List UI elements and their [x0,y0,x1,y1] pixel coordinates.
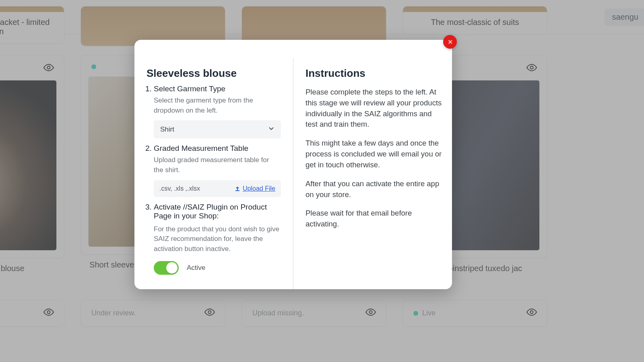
instructions-p1: Please complete the steps to the left. A… [305,87,445,130]
step-1-desc: Select the garment type from the dropdow… [154,96,281,115]
step-2-title: Graded Measurement Table [154,144,281,153]
modal-left-pane: Sleeveless blouse Select Garment Type Se… [134,58,293,289]
step-1-title: Select Garment Type [154,84,281,93]
close-icon: ✕ [448,38,453,46]
modal-right-pane: Instructions Please complete the steps t… [293,58,452,289]
garment-type-select[interactable]: Shirt [154,120,281,138]
instructions-p4: Please wait for that email before activa… [305,208,445,230]
step-3-desc: For the product that you dont wish to gi… [154,224,281,254]
upload-link-label: Upload File [243,185,275,192]
accepted-formats: .csv, .xls ,.xlsx [159,185,200,192]
instructions-p3: After that you can activate the entire a… [305,179,445,200]
step-1: Select Garment Type Select the garment t… [154,84,281,138]
instructions-title: Instructions [305,67,445,80]
upload-row: .csv, .xls ,.xlsx Upload File [154,180,281,197]
upload-file-link[interactable]: Upload File [235,185,275,192]
upload-icon [235,186,240,191]
toggle-knob [166,262,178,274]
step-3: Activate //SAIZ Plugin on Product Page i… [154,203,281,275]
chevron-down-icon [268,125,275,134]
modal-product-title: Sleeveless blouse [147,67,281,80]
step-2-desc: Upload graded measurement table for the … [154,155,281,175]
step-2: Graded Measurement Table Upload graded m… [154,144,281,197]
activate-toggle[interactable] [154,261,179,275]
product-setup-modal: ✕ Sleeveless blouse Select Garment Type … [134,40,452,289]
select-value: Shirt [160,125,174,134]
step-3-title: Activate //SAIZ Plugin on Product Page i… [154,203,281,220]
instructions-p2: This might take a few days and once the … [305,138,445,170]
toggle-label: Active [187,264,205,272]
close-button[interactable]: ✕ [443,35,457,49]
